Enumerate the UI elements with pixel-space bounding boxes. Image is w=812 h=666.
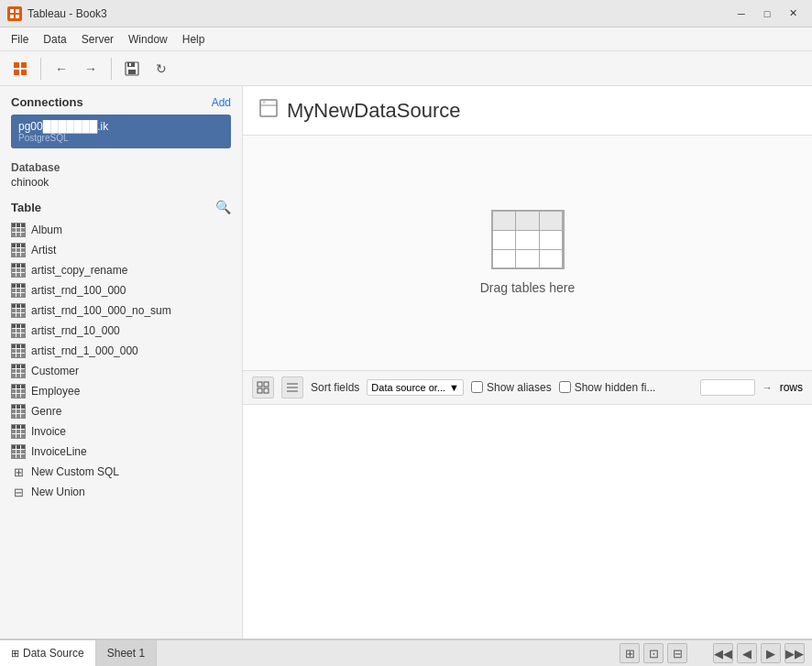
drag-cell — [493, 231, 516, 249]
add-connection-button[interactable]: Add — [212, 96, 231, 109]
table-item[interactable]: artist_rnd_1_000_000 — [4, 341, 238, 361]
custom-item-label: New Union — [31, 486, 85, 498]
menu-data[interactable]: Data — [36, 31, 73, 48]
show-hidden-checkbox[interactable] — [559, 381, 571, 393]
menu-help[interactable]: Help — [175, 31, 213, 48]
datasource-name: MyNewDataSource — [287, 99, 461, 123]
new-custom-sql-item[interactable]: ⊞New Custom SQL — [4, 462, 238, 482]
svg-rect-7 — [21, 70, 27, 75]
refresh-button[interactable]: ↻ — [148, 56, 174, 82]
title-bar-left: Tableau - Book3 — [7, 6, 107, 21]
rows-input[interactable] — [700, 379, 755, 396]
svg-rect-2 — [10, 15, 14, 18]
tab-sheet1[interactable]: Sheet 1 — [96, 640, 157, 666]
custom-item-label: New Custom SQL — [31, 465, 119, 478]
rows-arrow-icon: → — [763, 382, 773, 393]
drag-cell — [540, 231, 563, 249]
table-grid-icon — [11, 404, 26, 419]
table-item[interactable]: Genre — [4, 401, 238, 421]
sort-fields-select[interactable]: Data source or... ▼ — [367, 379, 464, 396]
table-grid-icon — [11, 364, 26, 378]
svg-rect-4 — [14, 62, 19, 68]
show-aliases-label[interactable]: Show aliases — [471, 381, 552, 394]
table-grid-icon — [11, 444, 26, 459]
table-item[interactable]: InvoiceLine — [4, 442, 238, 462]
show-hidden-label[interactable]: Show hidden fi... — [559, 381, 656, 394]
new-union-item[interactable]: ⊟New Union — [4, 482, 238, 502]
drag-cell — [540, 212, 563, 230]
table-item-label: artist_copy_rename — [31, 264, 127, 277]
table-item-label: Genre — [31, 405, 61, 418]
database-section: Database chinook — [0, 156, 242, 194]
connections-section: Connections Add pg00███████.ik PostgreSQ… — [0, 86, 242, 156]
table-grid-icon — [11, 243, 26, 257]
svg-rect-6 — [14, 70, 19, 75]
show-hidden-text: Show hidden fi... — [575, 381, 656, 394]
list-view-button[interactable] — [281, 377, 303, 399]
database-label: Database — [0, 156, 242, 176]
datasource-icon: ≡ — [258, 97, 280, 124]
table-label: Table — [11, 201, 41, 214]
table-item[interactable]: artist_copy_rename — [4, 260, 238, 280]
new-sheet-button[interactable]: ⊡ — [643, 643, 664, 663]
tab-data-source[interactable]: ⊞ Data Source — [0, 640, 96, 666]
nav-next-next-button[interactable]: ▶▶ — [785, 643, 805, 663]
table-item-label: artist_rnd_100_000_no_sum — [31, 304, 171, 317]
table-item-label: artist_rnd_10_000 — [31, 324, 120, 337]
table-item[interactable]: artist_rnd_100_000 — [4, 280, 238, 300]
table-item[interactable]: artist_rnd_100_000_no_sum — [4, 300, 238, 321]
sort-dropdown-icon: ▼ — [449, 382, 459, 393]
close-button[interactable]: ✕ — [781, 4, 805, 24]
right-content: ≡ MyNewDataSource Drag tables here — [243, 86, 812, 639]
table-grid-icon — [11, 384, 26, 399]
menu-window[interactable]: Window — [121, 31, 175, 48]
table-section-header: Table 🔍 — [0, 194, 242, 220]
data-source-tab-icon: ⊞ — [11, 648, 19, 660]
minimize-button[interactable]: ─ — [730, 4, 753, 24]
save-button[interactable] — [119, 56, 145, 82]
table-item-label: artist_rnd_1_000_000 — [31, 344, 138, 357]
grid-view-button[interactable] — [252, 377, 274, 399]
table-item-label: InvoiceLine — [31, 445, 87, 458]
main-area: Connections Add pg00███████.ik PostgreSQ… — [0, 86, 812, 639]
back-button[interactable]: ← — [49, 56, 74, 82]
sheet1-tab-label: Sheet 1 — [107, 647, 145, 660]
toolbar-divider-1 — [40, 58, 41, 80]
table-item-label: Invoice — [31, 425, 66, 438]
table-item-label: Artist — [31, 244, 56, 257]
connection-item[interactable]: pg00███████.ik PostgreSQL — [11, 115, 231, 148]
menu-bar: File Data Server Window Help — [0, 27, 812, 51]
table-section: Table 🔍 AlbumArtistartist_copy_renameart… — [0, 194, 242, 639]
drag-cell — [516, 212, 539, 230]
drag-cell — [540, 250, 563, 268]
menu-file[interactable]: File — [4, 31, 36, 48]
table-item[interactable]: artist_rnd_10_000 — [4, 321, 238, 341]
maximize-button[interactable]: □ — [755, 4, 779, 24]
drag-table-icon — [491, 210, 565, 269]
table-item[interactable]: Customer — [4, 361, 238, 381]
new-datasource-button[interactable]: ⊞ — [620, 643, 640, 663]
new-dashboard-button[interactable]: ⊟ — [667, 643, 687, 663]
window-title: Tableau - Book3 — [27, 7, 107, 20]
menu-server[interactable]: Server — [74, 31, 121, 48]
custom-sql-icon: ⊞ — [11, 464, 26, 479]
sort-value: Data source or... — [371, 382, 445, 393]
nav-prev-prev-button[interactable]: ◀◀ — [713, 643, 733, 663]
show-aliases-text: Show aliases — [487, 381, 552, 394]
table-item-label: Employee — [31, 385, 80, 398]
search-icon[interactable]: 🔍 — [215, 200, 231, 214]
table-item[interactable]: Employee — [4, 381, 238, 401]
forward-button[interactable]: → — [78, 56, 104, 82]
nav-prev-button[interactable]: ◀ — [737, 643, 757, 663]
drag-cell — [493, 212, 516, 230]
app-icon — [7, 6, 22, 21]
bottom-icons: ⊞ ⊡ ⊟ ◀◀ ◀ ▶ ▶▶ — [612, 640, 812, 666]
table-item[interactable]: Invoice — [4, 421, 238, 442]
table-item[interactable]: Album — [4, 220, 238, 240]
table-item[interactable]: Artist — [4, 240, 238, 260]
home-button[interactable] — [7, 56, 33, 82]
table-item-label: artist_rnd_100_000 — [31, 284, 126, 297]
nav-next-button[interactable]: ▶ — [761, 643, 781, 663]
table-grid-icon — [11, 223, 26, 237]
show-aliases-checkbox[interactable] — [471, 381, 483, 393]
